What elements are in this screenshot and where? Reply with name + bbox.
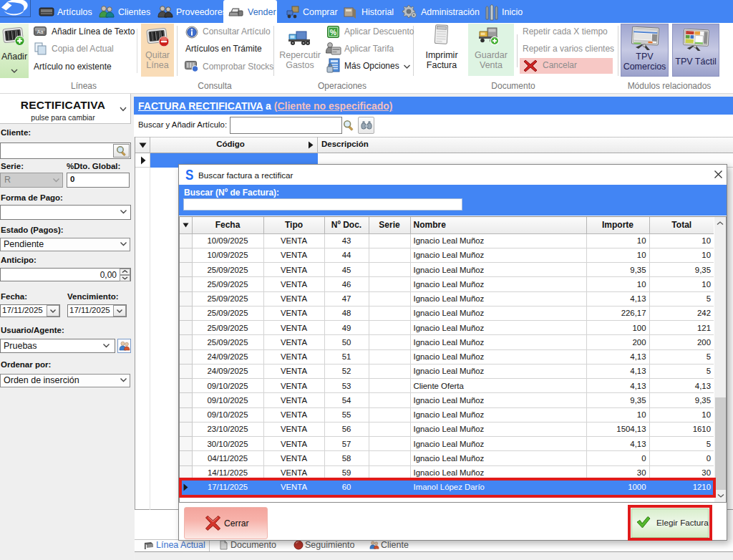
svg-text:Aa: Aa (37, 29, 44, 34)
svg-text:%: % (330, 28, 337, 37)
